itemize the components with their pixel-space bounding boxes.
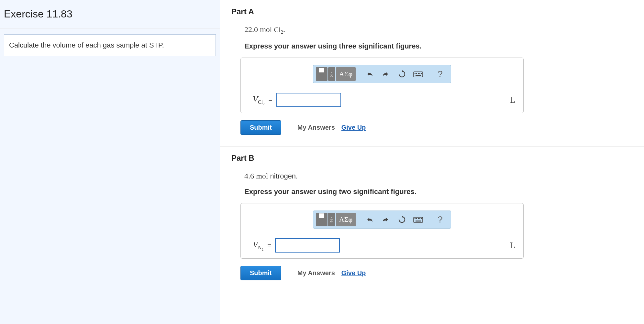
equals-sign: = <box>269 96 272 104</box>
svg-rect-7 <box>416 75 421 76</box>
redo-icon[interactable] <box>378 213 394 226</box>
left-panel: Exercise 11.83 Calculate the volume of e… <box>0 0 220 324</box>
keyboard-icon[interactable] <box>410 67 426 81</box>
part-b-toolbar-row: ▫ √▫ ΑΣφ <box>249 211 515 229</box>
part-a-my-answers-link[interactable]: My Answers <box>297 124 335 131</box>
part-a-answer-input[interactable] <box>276 93 341 107</box>
part-b-instruction: Express your answer using two significan… <box>244 188 644 196</box>
svg-rect-2 <box>415 73 416 74</box>
part-a-button-row: Submit My Answers Give Up <box>240 120 644 135</box>
svg-rect-0 <box>319 68 324 72</box>
part-b-input-row: VN2 = L <box>249 238 515 253</box>
part-a-links: My Answers Give Up <box>297 124 366 131</box>
part-a-amount: 22.0 <box>244 25 258 34</box>
part-a-submit-button[interactable]: Submit <box>240 120 281 135</box>
keyboard-icon[interactable] <box>410 213 426 226</box>
radical-fraction-icon[interactable]: ▫ √▫ <box>328 213 335 226</box>
part-b-unit: L <box>510 240 515 251</box>
part-b-button-row: Submit My Answers Give Up <box>240 266 644 280</box>
svg-rect-6 <box>421 73 422 74</box>
undo-icon[interactable] <box>361 67 378 81</box>
part-a-prompt: 22.0 mol Cl2. <box>244 25 644 35</box>
help-icon[interactable]: ? <box>432 213 448 226</box>
part-b-submit-button[interactable]: Submit <box>240 266 281 280</box>
part-a-content: 22.0 mol Cl2. Express your answer using … <box>231 25 644 135</box>
part-b-variable-label: VN2 <box>253 240 263 251</box>
right-panel: Part A 22.0 mol Cl2. Express your answer… <box>220 0 644 324</box>
part-b-title: Part B <box>231 154 644 163</box>
svg-rect-9 <box>414 217 423 222</box>
part-a-mol-unit: mol <box>260 25 272 34</box>
equals-sign: = <box>267 241 271 250</box>
svg-rect-12 <box>418 218 419 219</box>
greek-symbols-button[interactable]: ΑΣφ <box>336 213 356 226</box>
svg-rect-15 <box>416 221 421 221</box>
app-container: Exercise 11.83 Calculate the volume of e… <box>0 0 644 324</box>
svg-rect-3 <box>416 73 417 74</box>
svg-rect-14 <box>421 218 422 219</box>
part-b-mol-unit: mol <box>256 172 268 180</box>
exercise-title: Exercise 11.83 <box>0 0 220 28</box>
part-a-variable-label: VCl2 <box>253 94 265 106</box>
part-b-amount: 4.6 <box>244 172 254 180</box>
part-b-answer-input[interactable] <box>275 238 340 253</box>
svg-rect-10 <box>415 218 416 219</box>
part-a-give-up-link[interactable]: Give Up <box>341 124 366 131</box>
part-b-prompt: 4.6 mol nitrogen. <box>244 172 644 180</box>
part-a-title: Part A <box>231 7 644 16</box>
svg-rect-1 <box>414 72 423 77</box>
part-a-instruction: Express your answer using three signific… <box>244 42 644 50</box>
svg-rect-13 <box>419 218 420 219</box>
help-icon[interactable]: ? <box>432 67 448 81</box>
part-a-unit: L <box>510 95 515 105</box>
undo-icon[interactable] <box>361 213 378 226</box>
rectangle-icon[interactable] <box>316 213 328 226</box>
part-a-input-row: VCl2 = L <box>249 93 515 107</box>
svg-rect-4 <box>418 73 419 74</box>
part-b-species: nitrogen. <box>270 172 298 180</box>
part-b-links: My Answers Give Up <box>297 269 366 277</box>
radical-fraction-icon[interactable]: ▫ √▫ <box>328 67 335 81</box>
part-b-my-answers-link[interactable]: My Answers <box>297 269 335 277</box>
part-a-section: Part A 22.0 mol Cl2. Express your answer… <box>231 0 644 146</box>
part-b-answer-box: ▫ √▫ ΑΣφ <box>240 203 524 259</box>
part-b-content: 4.6 mol nitrogen. Express your answer us… <box>231 172 644 280</box>
part-b-section: Part B 4.6 mol nitrogen. Express your an… <box>231 146 644 280</box>
part-a-species: Cl2 <box>274 26 283 34</box>
equation-toolbar: ▫ √▫ ΑΣφ <box>313 211 451 229</box>
part-a-answer-box: ▫ √▫ ΑΣφ <box>240 58 524 113</box>
rectangle-icon[interactable] <box>316 67 328 81</box>
part-b-give-up-link[interactable]: Give Up <box>341 269 366 277</box>
svg-rect-5 <box>419 73 420 74</box>
greek-symbols-button[interactable]: ΑΣφ <box>336 67 356 81</box>
reset-icon[interactable] <box>394 213 410 226</box>
equation-toolbar: ▫ √▫ ΑΣφ <box>313 65 451 83</box>
part-a-toolbar-row: ▫ √▫ ΑΣφ <box>249 65 515 83</box>
problem-statement: Calculate the volume of each gas sample … <box>4 34 216 56</box>
svg-rect-11 <box>416 218 417 219</box>
reset-icon[interactable] <box>394 67 410 81</box>
redo-icon[interactable] <box>378 67 394 81</box>
svg-rect-8 <box>319 213 324 218</box>
